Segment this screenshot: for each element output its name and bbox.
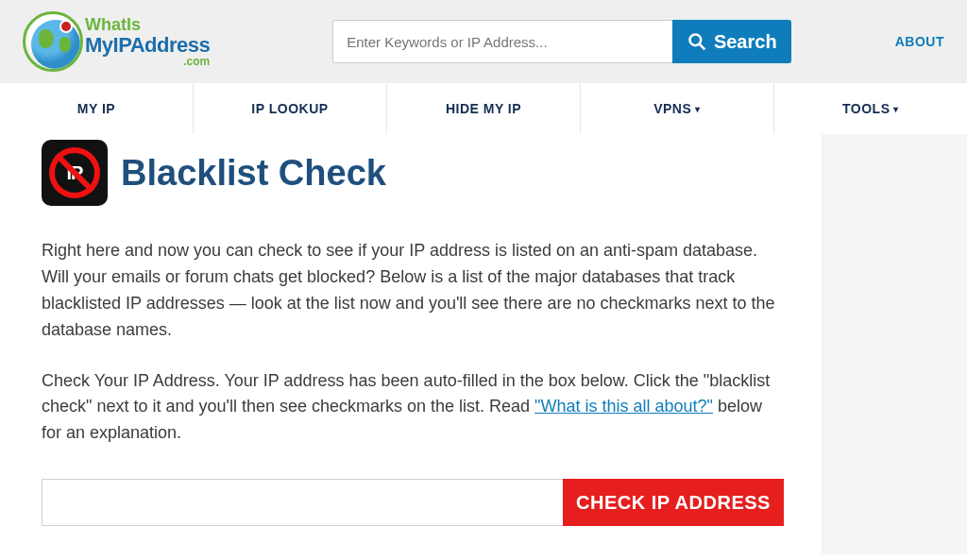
nav-label: IP LOOKUP [251,101,328,116]
nav-hide-my-ip[interactable]: HIDE MY IP [387,83,581,134]
site-logo[interactable]: WhatIs MyIPAddress .com [23,11,210,72]
intro-paragraph-1: Right here and now you can check to see … [42,238,784,344]
ip-address-input[interactable] [42,479,563,526]
nav-tools[interactable]: TOOLS ▾ [774,83,967,134]
chevron-down-icon: ▾ [893,104,899,114]
blacklist-icon: IP [42,140,108,206]
no-symbol-icon: IP [49,147,100,198]
globe-icon [23,11,83,72]
svg-point-0 [689,35,701,46]
blacklist-check-form: CHECK IP ADDRESS [42,479,784,526]
page-title: Blacklist Check [121,153,386,194]
nav-label: VPNS [653,101,691,116]
right-sidebar [822,134,967,554]
nav-label: HIDE MY IP [446,101,521,116]
chevron-down-icon: ▾ [695,104,701,114]
about-link[interactable]: ABOUT [895,34,944,49]
main-content: IP Blacklist Check Right here and now yo… [0,134,822,554]
logo-line2: MyIPAddress [85,34,210,56]
site-search: Search [332,20,791,63]
logo-line3: .com [85,56,210,68]
nav-ip-lookup[interactable]: IP LOOKUP [194,83,387,134]
logo-line1: WhatIs [85,16,210,34]
nav-label: MY IP [77,101,115,116]
search-input[interactable] [332,20,672,63]
main-nav: MY IP IP LOOKUP HIDE MY IP VPNS ▾ TOOLS … [0,83,967,134]
top-bar: WhatIs MyIPAddress .com Search ABOUT [0,0,967,83]
check-ip-button[interactable]: CHECK IP ADDRESS [563,479,784,526]
search-button[interactable]: Search [672,20,791,63]
logo-text: WhatIs MyIPAddress .com [85,16,210,68]
nav-my-ip[interactable]: MY IP [0,83,194,134]
search-button-label: Search [714,31,777,53]
nav-label: TOOLS [842,101,890,116]
search-icon [687,32,706,51]
what-is-this-link[interactable]: "What is this all about?" [534,397,713,416]
intro-paragraph-2: Check Your IP Address. Your IP address h… [42,368,784,448]
nav-vpns[interactable]: VPNS ▾ [581,83,774,134]
svg-line-1 [699,44,704,50]
